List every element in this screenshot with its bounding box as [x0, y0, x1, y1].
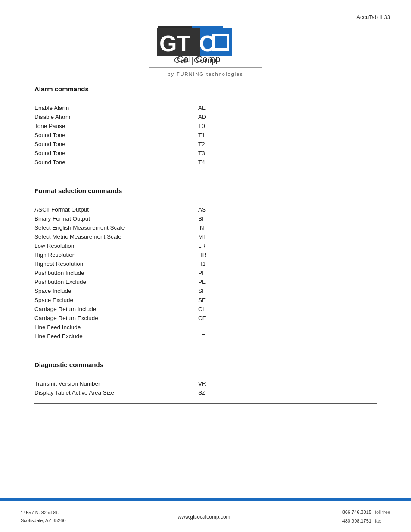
diagnostic-section: Diagnostic commands Transmit Version Num… [34, 361, 377, 404]
format-commands-table: ASCII Format OutputASBinary Format Outpu… [34, 205, 377, 341]
alarm-cmd-code: AE [198, 103, 377, 112]
format-cmd-code: IN [198, 223, 377, 232]
alarm-divider-top [34, 97, 377, 97]
alarm-cmd-label: Disable Alarm [34, 112, 198, 121]
format-cmd-code: SE [198, 296, 377, 305]
alarm-command-row: Sound ToneT1 [34, 131, 377, 140]
format-command-row: Line Feed IncludeLI [34, 323, 377, 332]
alarm-command-row: Sound ToneT3 [34, 149, 377, 158]
format-command-row: Carriage Return ExcludeCE [34, 314, 377, 323]
format-command-row: ASCII Format OutputAS [34, 205, 377, 214]
diagnostic-commands-table: Transmit Version NumberVRDisplay Tablet … [34, 379, 377, 397]
alarm-cmd-label: Enable Alarm [34, 103, 198, 112]
format-cmd-label: Select Metric Measurement Scale [34, 232, 198, 241]
format-cmd-label: ASCII Format Output [34, 205, 198, 214]
alarm-cmd-code: T4 [198, 158, 377, 167]
format-command-row: High ResolutionHR [34, 250, 377, 259]
footer-address: 14557 N. 82nd St. Scottsdale, AZ 85260 [21, 509, 66, 524]
footer-inner: 14557 N. 82nd St. Scottsdale, AZ 85260 w… [0, 501, 411, 532]
footer-address-line2: Scottsdale, AZ 85260 [21, 517, 66, 525]
format-section-title: Format selection commands [34, 187, 377, 197]
format-cmd-code: MT [198, 232, 377, 241]
footer-fax: 480.998.1751 [342, 517, 371, 526]
format-cmd-label: Select English Measurement Scale [34, 223, 198, 232]
svg-text:C: C [199, 31, 215, 56]
format-command-row: Pushbutton IncludePI [34, 268, 377, 277]
format-cmd-code: BI [198, 214, 377, 223]
footer-contact: 866.746.3015 toll free 480.998.1751 fax [342, 508, 390, 526]
alarm-section-title: Alarm commands [34, 85, 377, 95]
diagnostic-command-row: Display Tablet Active Area SizeSZ [34, 388, 377, 397]
format-cmd-label: Binary Format Output [34, 214, 198, 223]
format-cmd-label: High Resolution [34, 250, 198, 259]
alarm-cmd-label: Sound Tone [34, 158, 198, 167]
format-command-row: Carriage Return IncludeCI [34, 305, 377, 314]
format-cmd-code: HR [198, 250, 377, 259]
diagnostic-cmd-label: Display Tablet Active Area Size [34, 388, 198, 397]
alarm-section: Alarm commands Enable AlarmAEDisable Ala… [34, 85, 377, 173]
format-section: Format selection commands ASCII Format O… [34, 187, 377, 347]
format-cmd-code: AS [198, 205, 377, 214]
format-command-row: Low ResolutionLR [34, 241, 377, 250]
format-cmd-label: Low Resolution [34, 241, 198, 250]
alarm-command-row: Sound ToneT2 [34, 140, 377, 149]
format-cmd-label: Carriage Return Exclude [34, 314, 198, 323]
alarm-cmd-code: AD [198, 112, 377, 121]
alarm-command-row: Tone PauseT0 [34, 121, 377, 131]
format-divider-top [34, 199, 377, 199]
format-cmd-code: LI [198, 323, 377, 332]
alarm-cmd-code: T1 [198, 131, 377, 140]
alarm-cmd-code: T3 [198, 149, 377, 158]
page-number: AccuTab II 33 [356, 14, 390, 20]
format-cmd-label: Space Include [34, 286, 198, 296]
format-command-row: Line Feed ExcludeLE [34, 332, 377, 341]
format-command-row: Pushbutton ExcludePE [34, 277, 377, 286]
format-cmd-code: H1 [198, 259, 377, 268]
main-content: Alarm commands Enable AlarmAEDisable Ala… [0, 85, 411, 404]
format-divider-bottom [34, 347, 377, 347]
format-cmd-code: CE [198, 314, 377, 323]
svg-text:Cal: Cal [174, 56, 187, 65]
format-cmd-code: LE [198, 332, 377, 341]
format-cmd-code: SI [198, 286, 377, 296]
format-cmd-code: PI [198, 268, 377, 277]
format-cmd-label: Pushbutton Include [34, 268, 198, 277]
svg-rect-12 [215, 36, 227, 48]
footer-fax-label: fax [375, 517, 381, 526]
format-cmd-label: Space Exclude [34, 296, 198, 305]
format-cmd-label: Pushbutton Exclude [34, 277, 198, 286]
format-cmd-label: Highest Resolution [34, 259, 198, 268]
format-cmd-label: Line Feed Exclude [34, 332, 198, 341]
format-cmd-label: Line Feed Include [34, 323, 198, 332]
footer-phone-label: toll free [375, 508, 390, 517]
footer-address-line1: 14557 N. 82nd St. [21, 509, 66, 517]
diagnostic-cmd-code: SZ [198, 388, 377, 397]
footer-fax-row: 480.998.1751 fax [342, 517, 390, 526]
footer-phone: 866.746.3015 [342, 508, 371, 517]
svg-text:Comp: Comp [194, 56, 217, 65]
svg-text:GT: GT [159, 31, 190, 56]
footer: 14557 N. 82nd St. Scottsdale, AZ 85260 w… [0, 501, 411, 532]
diagnostic-divider-top [34, 373, 377, 373]
diagnostic-divider-bottom [34, 403, 377, 404]
alarm-commands-table: Enable AlarmAEDisable AlarmADTone PauseT… [34, 103, 377, 167]
format-cmd-code: PE [198, 277, 377, 286]
tagline: by TURNING technologies [168, 72, 243, 77]
alarm-cmd-label: Sound Tone [34, 131, 198, 140]
diagnostic-section-title: Diagnostic commands [34, 361, 377, 371]
logo-image: GT C Cal Comp [156, 28, 255, 67]
diagnostic-command-row: Transmit Version NumberVR [34, 379, 377, 388]
alarm-divider-bottom [34, 173, 377, 173]
footer-phone-row: 866.746.3015 toll free [342, 508, 390, 517]
alarm-cmd-label: Tone Pause [34, 121, 198, 131]
format-command-row: Space IncludeSI [34, 286, 377, 296]
alarm-cmd-code: T2 [198, 140, 377, 149]
format-command-row: Select Metric Measurement ScaleMT [34, 232, 377, 241]
logo-area: GT C Cal Comp GT C Cal Comp [0, 0, 411, 85]
diagnostic-cmd-code: VR [198, 379, 377, 388]
format-command-row: Highest ResolutionH1 [34, 259, 377, 268]
alarm-cmd-label: Sound Tone [34, 140, 198, 149]
format-command-row: Space ExcludeSE [34, 296, 377, 305]
format-cmd-code: CI [198, 305, 377, 314]
alarm-command-row: Disable AlarmAD [34, 112, 377, 121]
